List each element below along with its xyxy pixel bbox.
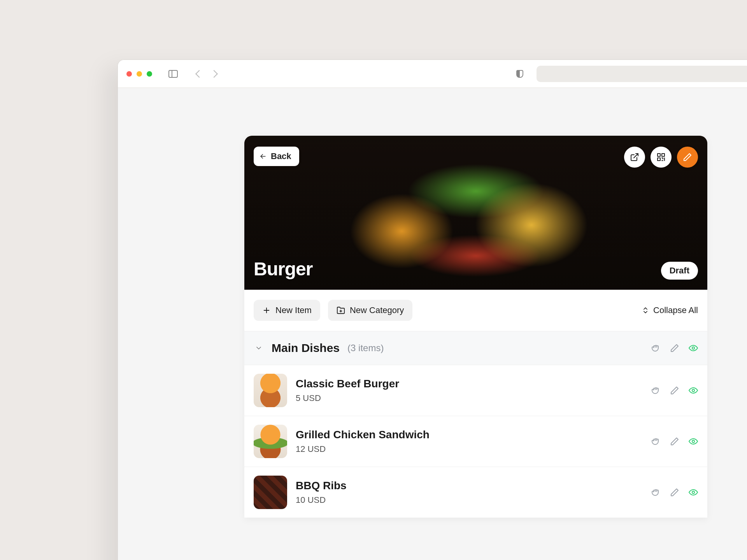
item-actions [651,437,698,446]
item-info: BBQ Ribs 10 USD [296,480,347,505]
toolbar: New Item New Category Collapse All [244,290,707,331]
item-name: BBQ Ribs [296,480,347,492]
item-name: Classic Beef Burger [296,378,399,390]
menu-editor-page: Back Burger Draft New Item [244,136,707,518]
item-price: 10 USD [296,495,347,505]
qr-code-icon [656,152,666,162]
eye-icon[interactable] [689,488,698,497]
edit-hero-button[interactable] [677,147,698,168]
grab-icon[interactable] [651,488,661,497]
open-external-button[interactable] [624,147,645,168]
window-controls [126,71,152,77]
pencil-icon[interactable] [670,437,679,446]
svg-point-5 [692,440,694,443]
new-category-label: New Category [350,305,404,315]
category-name: Main Dishes [272,341,340,355]
plus-icon [262,306,271,315]
pencil-icon [683,152,692,162]
collapse-category-toggle[interactable] [254,344,264,352]
external-link-icon [630,152,639,162]
hero-banner: Back Burger Draft [244,136,707,290]
hero-actions [624,147,698,168]
item-actions [651,386,698,395]
qr-code-button[interactable] [651,147,672,168]
new-item-button[interactable]: New Item [254,300,320,321]
chevron-down-icon [255,344,263,352]
list-item[interactable]: BBQ Ribs 10 USD [244,467,707,518]
eye-icon[interactable] [689,386,698,395]
eye-icon[interactable] [689,343,698,353]
pencil-icon[interactable] [670,488,679,497]
svg-rect-2 [658,158,660,161]
back-button[interactable]: Back [254,147,299,166]
item-info: Grilled Chicken Sandwich 12 USD [296,429,430,454]
chevrons-up-down-icon [642,306,649,314]
grab-icon[interactable] [651,386,661,395]
list-item[interactable]: Grilled Chicken Sandwich 12 USD [244,416,707,467]
item-info: Classic Beef Burger 5 USD [296,378,399,403]
back-label: Back [271,151,291,161]
forward-nav-icon[interactable] [210,70,218,78]
browser-window: Back Burger Draft New Item [117,60,747,560]
maximize-window-icon[interactable] [147,71,152,77]
item-name: Grilled Chicken Sandwich [296,429,430,441]
eye-icon[interactable] [689,437,698,446]
page-title: Burger [254,258,312,280]
status-badge[interactable]: Draft [661,262,698,280]
minimize-window-icon[interactable] [137,71,142,77]
pencil-icon[interactable] [670,343,679,353]
item-actions [651,488,698,497]
item-price: 12 USD [296,444,430,454]
arrow-left-icon [259,152,267,160]
privacy-shield-icon[interactable] [516,70,523,78]
svg-point-4 [692,389,694,392]
new-category-button[interactable]: New Category [328,300,412,321]
browser-titlebar [118,60,747,88]
grab-icon[interactable] [651,343,661,353]
item-price: 5 USD [296,393,399,403]
back-nav-icon[interactable] [195,70,203,78]
nav-arrows [196,71,217,77]
category-actions [651,343,698,353]
collapse-all-button[interactable]: Collapse All [642,305,698,315]
category-count: (3 items) [347,343,384,354]
item-thumbnail [254,374,287,407]
folder-plus-icon [337,306,345,315]
svg-rect-1 [662,154,665,156]
grab-icon[interactable] [651,437,661,446]
item-thumbnail [254,476,287,509]
collapse-all-label: Collapse All [653,305,698,315]
sidebar-toggle-icon[interactable] [168,70,178,78]
svg-point-3 [692,347,694,349]
item-thumbnail [254,425,287,458]
category-header[interactable]: Main Dishes (3 items) [244,331,707,365]
close-window-icon[interactable] [126,71,132,77]
pencil-icon[interactable] [670,386,679,395]
svg-point-6 [692,491,694,494]
list-item[interactable]: Classic Beef Burger 5 USD [244,365,707,416]
new-item-label: New Item [275,305,312,315]
svg-rect-0 [658,154,660,156]
address-bar[interactable] [537,66,747,82]
